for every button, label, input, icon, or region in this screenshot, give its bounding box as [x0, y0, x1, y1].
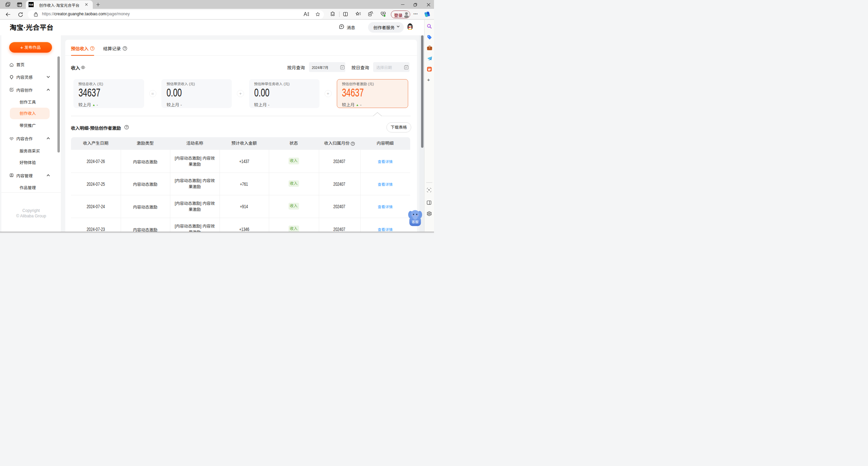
svg-text:光合: 光合: [29, 3, 33, 6]
svg-text:客服: 客服: [412, 219, 419, 224]
